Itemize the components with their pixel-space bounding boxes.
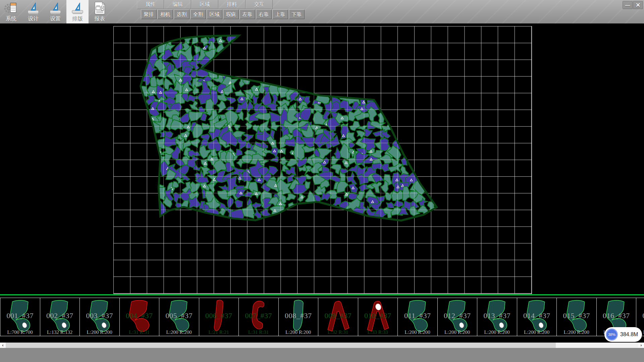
piece-id-label: 014_#37 — [517, 311, 557, 320]
piece-id-label: 010_#37 — [358, 311, 398, 320]
report-document-icon — [93, 1, 107, 15]
piece-count-label: L:132 R:132 — [40, 329, 80, 335]
main-button-group: 系统 设计 设置 排版 报表 — [0, 0, 111, 23]
action-button[interactable]: 相机 — [157, 9, 173, 19]
minimize-button[interactable]: — — [623, 1, 633, 9]
piece-thumbnail[interactable]: 004_#37 L:31 R:31 — [120, 298, 160, 336]
action-button[interactable]: 右靠 — [256, 9, 272, 19]
piece-count-label: L:700 R:700 — [0, 329, 40, 335]
toolbar-main-button[interactable]: 报表 — [89, 0, 111, 23]
piece-count-label: L:32 R:31 — [318, 329, 358, 335]
toolbar-button-label: 设计 — [28, 15, 39, 22]
toolbar-button-label: 设置 — [50, 15, 61, 22]
menu-tab[interactable]: 编辑 — [164, 0, 191, 9]
piece-id-label: 007_#37 — [239, 311, 278, 320]
piece-thumbnail-row: 001_#37 L:700 R:700 002_#37 L:132 R:132 … — [0, 298, 644, 336]
piece-id-label: 003_#37 — [80, 311, 119, 320]
close-button[interactable]: ✕ — [633, 1, 643, 9]
piece-id-label: 004_#37 — [120, 311, 159, 320]
memory-usage-label: 384.8M — [620, 331, 638, 338]
toolbar-main-button[interactable]: 排版 — [66, 0, 89, 23]
piece-id-label: 002_#37 — [40, 311, 80, 320]
scroll-left-button[interactable]: ‹ — [0, 343, 6, 348]
progress-badge: 38% 384.8M — [604, 327, 642, 342]
action-button[interactable]: 聚排 — [141, 9, 157, 19]
scroll-right-button[interactable]: › — [638, 343, 644, 348]
piece-id-label: 015_#37 — [557, 311, 596, 320]
system-gear-icon — [4, 1, 18, 15]
piece-id-label: 009_#37 — [318, 311, 358, 320]
piece-thumbnail[interactable]: 006_#37 L:21 R:21 — [199, 298, 239, 336]
piece-id-label: 001_#37 — [0, 311, 40, 320]
menu-tab[interactable]: 属性 — [137, 0, 164, 9]
menu-tab[interactable]: 区域 — [191, 0, 218, 9]
toolbar-button-label: 系统 — [6, 15, 16, 22]
piece-thumbnail[interactable]: 002_#37 L:132 R:132 — [40, 298, 80, 336]
piece-count-label: L:31 R:31 — [120, 329, 159, 335]
horizontal-scrollbar[interactable]: ‹ › — [0, 343, 644, 348]
action-button[interactable]: 瑕疵 — [223, 9, 239, 19]
piece-id-label: 017_#37 — [636, 311, 644, 320]
leather-hide-nest — [0, 23, 644, 294]
settings-ruler-icon — [48, 1, 62, 15]
layout-ruler-icon — [70, 1, 85, 15]
design-ruler-icon — [26, 1, 40, 15]
nesting-canvas[interactable] — [0, 23, 644, 294]
scrollbar-thumb[interactable] — [6, 343, 556, 348]
action-button[interactable]: 上靠 — [272, 9, 288, 19]
piece-thumbnail[interactable]: 010_#37 L:33 R:33 — [358, 298, 398, 336]
action-button[interactable]: 左靠 — [239, 9, 255, 19]
piece-thumbnail[interactable]: 005_#37 L:200 R:200 — [159, 298, 199, 336]
piece-count-label: L:31 R:31 — [239, 329, 278, 335]
piece-id-label: 013_#37 — [477, 311, 517, 320]
piece-count-label: L:200 R:200 — [279, 329, 318, 335]
piece-id-label: 008_#37 — [279, 311, 318, 320]
piece-count-label: L:200 R:200 — [159, 329, 199, 335]
piece-count-label: L:200 R:200 — [438, 329, 477, 335]
action-button[interactable]: 选割 — [174, 9, 190, 19]
toolbar-button-label: 排版 — [72, 15, 83, 22]
piece-thumbnail[interactable]: 012_#37 L:200 R:200 — [438, 298, 478, 336]
toolbar-main-button[interactable]: 设计 — [22, 0, 44, 23]
piece-thumbnail[interactable]: 009_#37 L:32 R:31 — [318, 298, 358, 336]
piece-id-label: 012_#37 — [438, 311, 477, 320]
piece-thumbnail[interactable]: 015_#37 L:200 R:200 — [557, 298, 597, 336]
action-button[interactable]: 全割 — [190, 9, 206, 19]
piece-thumbnail[interactable]: 008_#37 L:200 R:200 — [279, 298, 319, 336]
menu-tab[interactable]: 交互 — [246, 0, 273, 9]
piece-thumbnail[interactable]: 007_#37 L:31 R:31 — [239, 298, 279, 336]
piece-count-label: L:21 R:21 — [199, 329, 239, 335]
toolbar-button-label: 报表 — [94, 15, 105, 22]
nesting-app-window: 系统 设计 设置 排版 报表 — [0, 0, 644, 362]
piece-count-label: L:200 R:200 — [398, 329, 437, 335]
action-button[interactable]: 区域 — [207, 9, 222, 19]
piece-count-label: L:33 R:33 — [358, 329, 398, 335]
piece-count-label: L:200 R:200 — [517, 329, 557, 335]
piece-thumbnail[interactable]: 011_#37 L:200 R:200 — [398, 298, 438, 336]
toolbar-main-button[interactable]: 设置 — [44, 0, 66, 23]
menu-tab-bar: 属性 编辑 区域 排料 交互 — [137, 0, 273, 9]
piece-count-label: L:200 R:200 — [80, 329, 119, 335]
piece-thumbnail-strip: 001_#37 L:700 R:700 002_#37 L:132 R:132 … — [0, 295, 644, 343]
piece-id-label: 005_#37 — [159, 311, 199, 320]
piece-thumbnail[interactable]: 014_#37 L:200 R:200 — [517, 298, 557, 336]
piece-id-label: 011_#37 — [398, 311, 437, 320]
toolbar: 系统 设计 设置 排版 报表 — [0, 0, 644, 23]
progress-circle: 38% — [606, 328, 618, 341]
piece-count-label: L:200 R:200 — [477, 329, 517, 335]
action-button[interactable]: 下靠 — [289, 9, 305, 19]
menu-tab[interactable]: 排料 — [218, 0, 246, 9]
piece-id-label: 006_#37 — [199, 311, 239, 320]
piece-id-label: 016_#37 — [597, 311, 636, 320]
toolbar-main-button[interactable]: 系统 — [0, 0, 22, 23]
piece-thumbnail[interactable]: 013_#37 L:200 R:200 — [477, 298, 517, 336]
piece-count-label: L:200 R:200 — [557, 329, 596, 335]
bottom-status-bar — [0, 348, 644, 362]
action-button-row: 聚排 相机 选割 全割 区域 瑕疵 左靠 右靠 上靠 下靠 — [141, 9, 305, 19]
piece-thumbnail[interactable]: 003_#37 L:200 R:200 — [80, 298, 120, 336]
piece-thumbnail[interactable]: 001_#37 L:700 R:700 — [0, 298, 40, 336]
